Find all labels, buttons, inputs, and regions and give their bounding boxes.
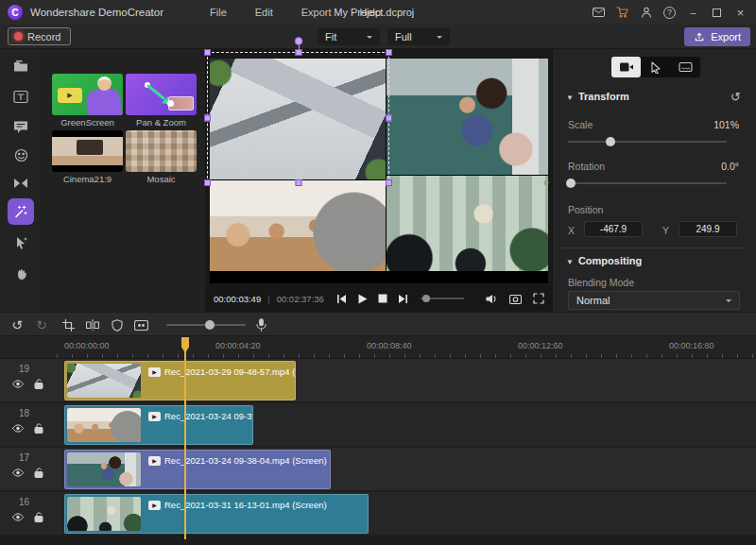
- rotation-label: Rotation: [568, 161, 605, 172]
- menu-export[interactable]: Export: [301, 7, 332, 18]
- eye-icon[interactable]: [12, 423, 24, 434]
- gestures-icon[interactable]: [8, 261, 34, 287]
- transitions-icon[interactable]: [8, 170, 34, 196]
- play-icon[interactable]: [357, 294, 368, 304]
- undo-icon[interactable]: ↺: [9, 316, 26, 333]
- total-duration: 00:02:37:36: [277, 294, 324, 304]
- minimize-icon[interactable]: –: [681, 0, 705, 25]
- redo-icon[interactable]: ↻: [33, 316, 50, 333]
- stop-icon[interactable]: [378, 294, 387, 303]
- eye-icon[interactable]: [12, 468, 24, 479]
- rotation-slider[interactable]: [568, 182, 727, 184]
- seek-slider[interactable]: [421, 298, 464, 299]
- split-icon[interactable]: [84, 316, 101, 333]
- ruler-label: 00:00:16:80: [669, 341, 714, 350]
- next-frame-icon[interactable]: [398, 294, 408, 304]
- lock-icon[interactable]: [34, 468, 43, 480]
- x-input[interactable]: [584, 221, 643, 237]
- resize-handle-ne[interactable]: [386, 49, 392, 56]
- menu-edit[interactable]: Edit: [255, 7, 273, 18]
- scale-slider[interactable]: [568, 141, 727, 143]
- rotation-slider-handle[interactable]: [566, 179, 576, 188]
- scale-label: Scale: [568, 119, 593, 130]
- effect-label: Pan & Zoom: [126, 117, 197, 128]
- eye-icon[interactable]: [12, 379, 24, 390]
- y-input[interactable]: [679, 221, 737, 237]
- resize-handle-n[interactable]: [295, 49, 301, 56]
- video-quadrant-couch[interactable]: [387, 59, 548, 175]
- scale-value: 101%: [713, 119, 739, 130]
- record-button[interactable]: Record: [8, 27, 71, 45]
- effect-panzoom-thumb[interactable]: [126, 74, 197, 115]
- timeline-clip[interactable]: ▶Rec_2021-03-24 09-39-06.mp4: [64, 405, 253, 445]
- transform-section-header[interactable]: ▼Transform: [566, 91, 629, 102]
- timeline-zoom-slider[interactable]: [166, 324, 246, 326]
- play-badge-icon: ▶: [148, 367, 161, 377]
- lock-icon[interactable]: [34, 379, 43, 391]
- cursor-icon: [650, 61, 662, 74]
- fullscreen-icon[interactable]: [533, 293, 544, 304]
- record-label: Record: [27, 31, 60, 43]
- menu-file[interactable]: File: [210, 7, 227, 18]
- captions-icon[interactable]: [8, 113, 34, 140]
- cursor-tab[interactable]: [641, 57, 670, 77]
- preview-canvas[interactable]: [210, 59, 548, 283]
- cursor-effects-icon[interactable]: [8, 230, 34, 256]
- aspect-dropdown[interactable]: Full: [387, 28, 450, 45]
- timeline-clip[interactable]: ▶Rec_2021-03-31 16-13-01.mp4 (Screen): [64, 494, 369, 534]
- fit-value: Fit: [325, 31, 336, 43]
- eye-icon[interactable]: [12, 512, 24, 523]
- mail-icon[interactable]: [587, 0, 610, 25]
- playhead[interactable]: [184, 337, 186, 539]
- effects-icon[interactable]: [8, 198, 34, 225]
- toolbar: Record Fit Full Export: [0, 25, 756, 49]
- timeline-clip[interactable]: ▶Rec_2021-03-29 09-48-57.mp4 (Screen): [64, 361, 296, 400]
- track-number: 18: [19, 408, 29, 418]
- resize-handle-nw[interactable]: [204, 49, 211, 56]
- close-icon[interactable]: ×: [729, 0, 752, 25]
- seek-handle[interactable]: [422, 295, 430, 302]
- effect-greenscreen-thumb[interactable]: ▶: [52, 74, 123, 115]
- shield-icon[interactable]: [109, 316, 126, 333]
- microphone-icon[interactable]: [252, 316, 269, 333]
- video-camera-icon: [619, 61, 634, 73]
- blending-mode-value: Normal: [576, 295, 610, 306]
- marker-icon[interactable]: [132, 316, 149, 333]
- clip-thumbnail: [67, 452, 141, 486]
- lock-icon[interactable]: [34, 423, 43, 435]
- text-icon[interactable]: [8, 83, 34, 110]
- help-icon[interactable]: ?: [658, 0, 681, 25]
- video-quadrant-classroom[interactable]: [210, 180, 386, 271]
- video-quadrant-desk[interactable]: [210, 59, 386, 179]
- reset-transform-icon[interactable]: ↺: [730, 90, 741, 104]
- export-button[interactable]: Export: [684, 27, 750, 46]
- app-logo-icon: C: [8, 5, 23, 20]
- timeline-ruler[interactable]: 00:00:00:00 00:00:04:20 00:00:08:40 00:0…: [0, 336, 756, 359]
- scale-slider-handle[interactable]: [606, 137, 615, 146]
- audio-tab[interactable]: [671, 57, 700, 77]
- lock-icon[interactable]: [34, 512, 43, 524]
- head-shape: [97, 77, 112, 91]
- media-icon[interactable]: [8, 53, 34, 79]
- blending-mode-dropdown[interactable]: Normal: [568, 291, 740, 310]
- prev-frame-icon[interactable]: [336, 294, 347, 304]
- ruler-ticks: [57, 354, 756, 358]
- effect-mosaic-thumb[interactable]: [126, 130, 197, 172]
- fit-dropdown[interactable]: Fit: [318, 28, 380, 45]
- crop-icon[interactable]: [60, 316, 77, 333]
- video-quadrant-office[interactable]: [387, 176, 548, 271]
- collapse-arrow-icon[interactable]: ►: [542, 178, 551, 187]
- effect-cinema-thumb[interactable]: [52, 130, 123, 172]
- stickers-icon[interactable]: [8, 142, 34, 168]
- account-icon[interactable]: [634, 0, 658, 25]
- chevron-down-icon: [367, 36, 372, 42]
- cart-icon[interactable]: [610, 0, 634, 25]
- maximize-icon[interactable]: [705, 0, 729, 25]
- collapse-triangle-icon: ▼: [566, 258, 574, 266]
- snapshot-icon[interactable]: [509, 294, 522, 304]
- timeline-clip[interactable]: ▶Rec_2021-03-24 09-38-04.mp4 (Screen): [64, 450, 331, 489]
- compositing-section-header[interactable]: ▼Compositing: [566, 255, 642, 266]
- volume-icon[interactable]: [486, 294, 498, 304]
- video-tab[interactable]: [611, 57, 641, 77]
- timeline-zoom-handle[interactable]: [205, 320, 215, 330]
